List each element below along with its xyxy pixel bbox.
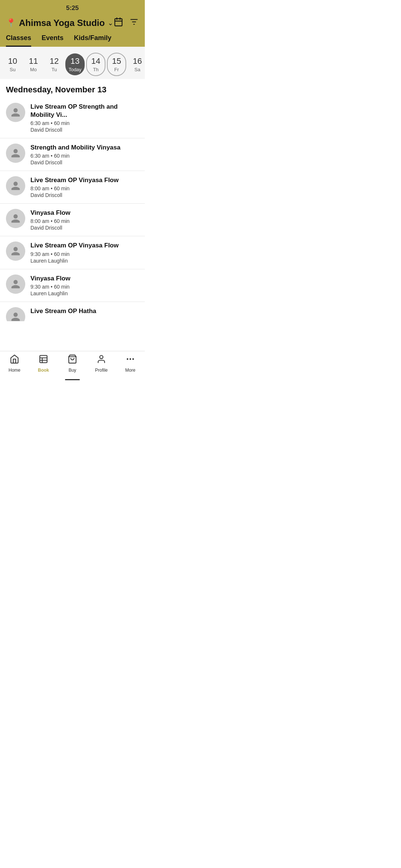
tab-events[interactable]: Events [42, 34, 63, 47]
home-icon [10, 354, 19, 366]
profile-icon [97, 354, 106, 366]
tab-bar: Classes Events Kids/Family [0, 29, 145, 47]
book-icon [39, 354, 48, 366]
class-info: Vinyasa Flow 8:00 am • 60 min David Dris… [30, 209, 139, 231]
class-item[interactable]: Vinyasa Flow 8:00 am • 60 min David Dris… [0, 204, 145, 236]
class-item-partial[interactable]: Live Stream OP Hatha [0, 302, 145, 321]
avatar [6, 209, 25, 228]
class-time: 6:30 am • 60 min [30, 153, 139, 159]
class-info: Live Stream OP Hatha [30, 307, 139, 315]
class-time: 8:00 am • 60 min [30, 218, 139, 224]
date-heading: Wednesday, November 13 [0, 79, 145, 98]
class-item[interactable]: Strength and Mobility Vinyasa 6:30 am • … [0, 138, 145, 171]
cal-day-11[interactable]: 11 Mo [24, 53, 43, 75]
nav-label-buy: Buy [69, 368, 76, 373]
buy-icon [68, 354, 77, 366]
nav-item-buy[interactable]: Buy [61, 354, 84, 373]
nav-label-more: More [125, 368, 135, 373]
class-time: 9:30 am • 60 min [30, 251, 139, 257]
avatar [6, 144, 25, 163]
svg-point-15 [132, 358, 134, 359]
svg-point-14 [130, 358, 131, 359]
class-instructor: Lauren Laughlin [30, 290, 139, 296]
class-instructor: David Driscoll [30, 192, 139, 198]
header: 📍 Ahimsa Yoga Studio ⌄ [0, 13, 145, 29]
class-name: Strength and Mobility Vinyasa [30, 144, 139, 152]
cal-day-13-today[interactable]: 13 Today [65, 53, 85, 75]
nav-item-profile[interactable]: Profile [90, 354, 113, 373]
svg-rect-7 [40, 355, 47, 363]
chevron-down-icon: ⌄ [108, 19, 113, 27]
cal-day-15[interactable]: 15 Fr [107, 53, 126, 76]
studio-name: Ahimsa Yoga Studio [19, 18, 105, 28]
tab-kids-family[interactable]: Kids/Family [74, 34, 111, 47]
more-icon [125, 354, 135, 366]
class-time: 9:30 am • 60 min [30, 284, 139, 290]
class-info: Live Stream OP Vinyasa Flow 9:30 am • 60… [30, 241, 139, 263]
class-time: 6:30 am • 60 min [30, 120, 139, 126]
class-instructor: David Driscoll [30, 225, 139, 231]
class-instructor: Lauren Laughlin [30, 258, 139, 264]
studio-selector[interactable]: 📍 Ahimsa Yoga Studio ⌄ [6, 18, 114, 28]
bottom-nav: Home Book Buy [0, 351, 145, 380]
class-instructor: David Driscoll [30, 160, 139, 165]
class-time: 8:00 am • 60 min [30, 185, 139, 191]
status-time: 5:25 [66, 4, 79, 11]
header-actions [114, 17, 139, 29]
svg-point-12 [100, 355, 103, 359]
nav-label-profile: Profile [95, 368, 108, 373]
class-item[interactable]: Live Stream OP Vinyasa Flow 9:30 am • 60… [0, 236, 145, 269]
class-item[interactable]: Vinyasa Flow 9:30 am • 60 min Lauren Lau… [0, 269, 145, 302]
location-pin-icon: 📍 [6, 18, 16, 28]
avatar [6, 307, 25, 321]
class-info: Live Stream OP Strength and Mobility Vi.… [30, 103, 139, 133]
status-bar: 5:25 [0, 0, 145, 13]
filter-icon[interactable] [129, 17, 139, 29]
class-name: Vinyasa Flow [30, 274, 139, 283]
class-name: Live Stream OP Hatha [30, 307, 139, 315]
main-content: 10 Su 11 Mo 12 Tu 13 Today 14 Th 15 Fr 1… [0, 47, 145, 351]
calendar-strip: 10 Su 11 Mo 12 Tu 13 Today 14 Th 15 Fr 1… [0, 47, 145, 79]
nav-item-more[interactable]: More [119, 354, 141, 373]
svg-rect-0 [115, 19, 122, 26]
class-name: Live Stream OP Vinyasa Flow [30, 241, 139, 250]
avatar [6, 176, 25, 195]
class-item[interactable]: Live Stream OP Strength and Mobility Vi.… [0, 98, 145, 138]
cal-day-10[interactable]: 10 Su [3, 53, 22, 75]
cal-day-16[interactable]: 16 Sa [128, 53, 145, 75]
avatar [6, 274, 25, 294]
class-name: Live Stream OP Strength and Mobility Vi.… [30, 103, 139, 119]
class-info: Vinyasa Flow 9:30 am • 60 min Lauren Lau… [30, 274, 139, 296]
class-name: Vinyasa Flow [30, 209, 139, 217]
nav-item-book[interactable]: Book [32, 354, 55, 373]
class-info: Strength and Mobility Vinyasa 6:30 am • … [30, 144, 139, 165]
calendar-icon[interactable] [114, 17, 123, 29]
tab-classes[interactable]: Classes [6, 34, 31, 47]
class-list: Live Stream OP Strength and Mobility Vi.… [0, 98, 145, 321]
nav-label-book: Book [38, 368, 49, 373]
avatar [6, 241, 25, 261]
nav-item-home[interactable]: Home [3, 354, 26, 373]
class-item[interactable]: Live Stream OP Vinyasa Flow 8:00 am • 60… [0, 171, 145, 204]
class-info: Live Stream OP Vinyasa Flow 8:00 am • 60… [30, 176, 139, 198]
nav-label-home: Home [9, 368, 20, 373]
active-indicator [65, 379, 80, 380]
cal-day-14[interactable]: 14 Th [86, 53, 105, 76]
cal-day-12[interactable]: 12 Tu [45, 53, 64, 75]
svg-point-13 [127, 358, 128, 359]
class-name: Live Stream OP Vinyasa Flow [30, 176, 139, 184]
avatar [6, 103, 25, 122]
class-instructor: David Driscoll [30, 127, 139, 133]
